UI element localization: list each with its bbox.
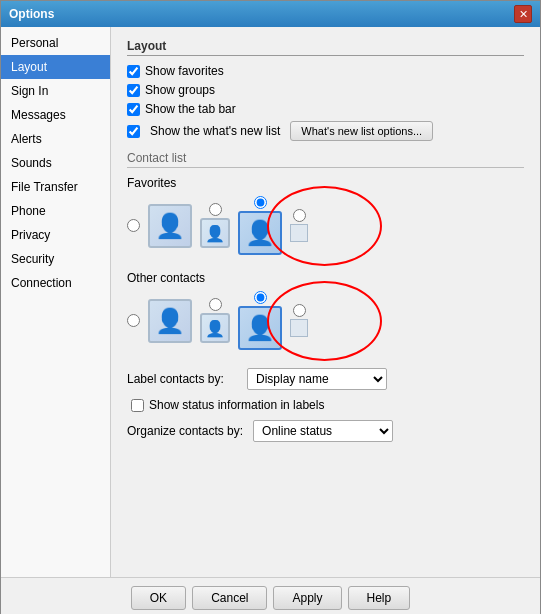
favorites-large-avatar: 👤 — [148, 204, 192, 248]
label-contacts-label: Label contacts by: — [127, 372, 237, 386]
contact-list-section: Contact list Favorites 👤 — [127, 151, 524, 354]
show-status-row: Show status information in labels — [127, 398, 524, 412]
sidebar-item-layout[interactable]: Layout — [1, 55, 110, 79]
other-radio-none[interactable] — [127, 314, 140, 327]
other-selected-avatar: 👤 — [238, 306, 282, 350]
label-contacts-dropdown[interactable]: Display name Email address Full name — [247, 368, 387, 390]
show-groups-checkbox[interactable] — [127, 84, 140, 97]
show-whats-new-label: Show the what's new list — [150, 124, 280, 138]
contact-list-section-label: Contact list — [127, 151, 524, 168]
favorites-radio-small[interactable] — [209, 203, 222, 216]
show-status-label: Show status information in labels — [149, 398, 324, 412]
favorites-option-noavatar — [290, 209, 308, 242]
show-whats-new-checkbox[interactable] — [127, 125, 140, 138]
sidebar-item-privacy[interactable]: Privacy — [1, 223, 110, 247]
show-groups-label: Show groups — [145, 83, 215, 97]
show-status-checkbox[interactable] — [131, 399, 144, 412]
sidebar-item-messages[interactable]: Messages — [1, 103, 110, 127]
label-contacts-row: Label contacts by: Display name Email ad… — [127, 368, 524, 390]
show-favorites-row: Show favorites — [127, 64, 524, 78]
ok-button[interactable]: OK — [131, 586, 186, 610]
sidebar-item-filetransfer[interactable]: File Transfer — [1, 175, 110, 199]
other-radio-small[interactable] — [209, 298, 222, 311]
other-option-selected: 👤 — [238, 291, 282, 350]
small-avatar-icon: 👤 — [205, 224, 225, 243]
sidebar-item-sounds[interactable]: Sounds — [1, 151, 110, 175]
main-content: Layout Show favorites Show groups Show t… — [111, 27, 540, 577]
favorites-option-large: 👤 — [148, 204, 192, 248]
help-button[interactable]: Help — [348, 586, 411, 610]
cancel-button[interactable]: Cancel — [192, 586, 267, 610]
selected-avatar-icon: 👤 — [245, 219, 275, 247]
sidebar-item-alerts[interactable]: Alerts — [1, 127, 110, 151]
other-contacts-options-wrapper: 👤 👤 — [127, 291, 308, 354]
show-tab-bar-label: Show the tab bar — [145, 102, 236, 116]
favorites-label: Favorites — [127, 176, 524, 190]
other-small-avatar: 👤 — [200, 313, 230, 343]
sidebar-item-security[interactable]: Security — [1, 247, 110, 271]
favorites-radio-noavatar[interactable] — [293, 209, 306, 222]
favorites-selected-avatar: 👤 — [238, 211, 282, 255]
whats-new-options-button[interactable]: What's new list options... — [290, 121, 433, 141]
avatar-person-icon: 👤 — [155, 212, 185, 240]
apply-button[interactable]: Apply — [273, 586, 341, 610]
sidebar-item-connection[interactable]: Connection — [1, 271, 110, 295]
title-bar: Options ✕ — [1, 1, 540, 27]
favorites-radio-selected[interactable] — [254, 196, 267, 209]
other-option-none — [127, 314, 140, 327]
other-option-large: 👤 — [148, 299, 192, 343]
favorites-option-none — [127, 219, 140, 232]
favorites-radio-none[interactable] — [127, 219, 140, 232]
favorites-option-selected: 👤 — [238, 196, 282, 255]
layout-section-title: Layout — [127, 39, 524, 56]
other-avatar-person-icon: 👤 — [155, 307, 185, 335]
favorites-small-avatar: 👤 — [200, 218, 230, 248]
other-option-noavatar — [290, 304, 308, 337]
other-radio-selected[interactable] — [254, 291, 267, 304]
other-radio-noavatar[interactable] — [293, 304, 306, 317]
window-body: Personal Layout Sign In Messages Alerts … — [1, 27, 540, 577]
organize-contacts-dropdown[interactable]: Online status Alphabetically Most recent — [253, 420, 393, 442]
favorites-no-avatar — [290, 224, 308, 242]
show-tab-bar-row: Show the tab bar — [127, 102, 524, 116]
sidebar-item-personal[interactable]: Personal — [1, 31, 110, 55]
sidebar-item-phone[interactable]: Phone — [1, 199, 110, 223]
sidebar: Personal Layout Sign In Messages Alerts … — [1, 27, 111, 577]
favorites-options-wrapper: 👤 👤 — [127, 196, 308, 259]
other-contacts-avatar-row: 👤 👤 — [127, 291, 308, 350]
show-favorites-checkbox[interactable] — [127, 65, 140, 78]
sidebar-item-signin[interactable]: Sign In — [1, 79, 110, 103]
organize-contacts-label: Organize contacts by: — [127, 424, 243, 438]
bottom-bar: OK Cancel Apply Help — [1, 577, 540, 614]
favorites-avatar-row: 👤 👤 — [127, 196, 308, 255]
whats-new-row: Show the what's new list What's new list… — [127, 121, 524, 141]
other-option-small: 👤 — [200, 298, 230, 343]
other-contacts-label: Other contacts — [127, 271, 524, 285]
show-tab-bar-checkbox[interactable] — [127, 103, 140, 116]
close-button[interactable]: ✕ — [514, 5, 532, 23]
favorites-option-small: 👤 — [200, 203, 230, 248]
other-large-avatar: 👤 — [148, 299, 192, 343]
show-favorites-label: Show favorites — [145, 64, 224, 78]
organize-contacts-row: Organize contacts by: Online status Alph… — [127, 420, 524, 442]
other-small-avatar-icon: 👤 — [205, 319, 225, 338]
window-title: Options — [9, 7, 54, 21]
other-no-avatar — [290, 319, 308, 337]
show-groups-row: Show groups — [127, 83, 524, 97]
other-selected-avatar-icon: 👤 — [245, 314, 275, 342]
options-window: Options ✕ Personal Layout Sign In Messag… — [0, 0, 541, 614]
